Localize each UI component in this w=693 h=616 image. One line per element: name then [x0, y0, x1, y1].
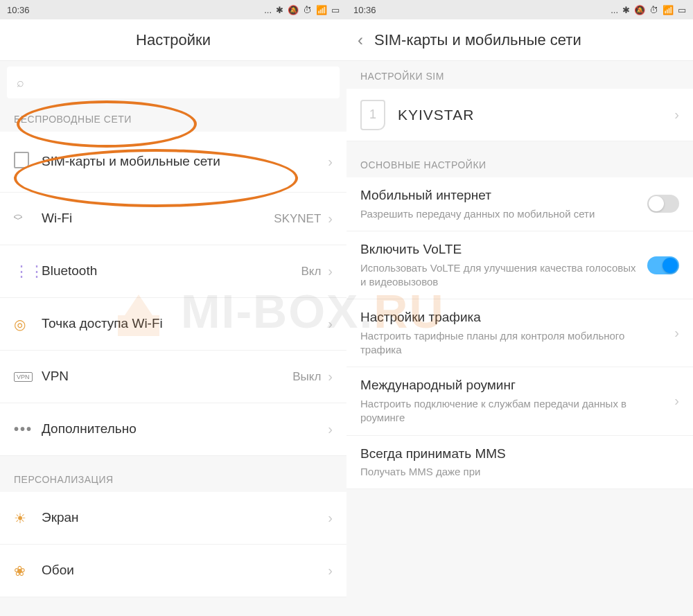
item-bluetooth[interactable]: ⋮⋮ Bluetooth Вкл ›: [0, 245, 346, 298]
section-wireless-header: БЕСПРОВОДНЫЕ СЕТИ: [0, 104, 346, 132]
chevron-icon: ›: [328, 369, 333, 385]
screen-sim-settings: 10:36 ... ✱ 🔕 ⏱ 📶 ▭ ‹ SIM-карты и мобиль…: [346, 0, 693, 616]
item-roaming[interactable]: Международный роуминг Настроить подключе…: [346, 367, 693, 435]
item-subtitle: Разрешить передачу данных по мобильной с…: [360, 207, 639, 221]
status-time: 10:36: [353, 5, 376, 15]
status-bar: 10:36 ... ✱ 🔕 ⏱ 📶 ▭: [346, 0, 693, 19]
item-title: Международный роуминг: [360, 377, 666, 394]
search-icon: ⌕: [17, 76, 24, 90]
more-icon: ...: [611, 5, 618, 15]
section-sim-header: НАСТРОЙКИ SIM: [346, 61, 693, 89]
status-time: 10:36: [7, 5, 30, 15]
chevron-icon: ›: [328, 263, 333, 279]
item-subtitle: Настроить тарифные планы для контроля мо…: [360, 329, 666, 358]
item-title: Настройки трафика: [360, 309, 666, 326]
signal-icon: 📶: [663, 5, 674, 15]
item-volte[interactable]: Включить VoLTE Использовать VoLTE для ул…: [346, 231, 693, 299]
bluetooth-icon: ⋮⋮: [14, 263, 42, 281]
alarm-icon: ⏱: [303, 5, 312, 15]
item-title: Дополнительно: [42, 421, 328, 438]
page-title: Настройки: [136, 31, 211, 49]
item-title: Экран: [42, 509, 328, 527]
item-mobile-data[interactable]: Мобильный интернет Разрешить передачу да…: [346, 177, 693, 231]
item-title: Bluetooth: [42, 263, 301, 280]
bluetooth-status-icon: ✱: [622, 5, 630, 15]
mobile-data-toggle[interactable]: [647, 195, 679, 213]
sim-name: KYIVSTAR: [398, 105, 666, 124]
alarm-icon: ⏱: [649, 5, 658, 15]
screen-settings: 10:36 ... ✱ 🔕 ⏱ 📶 ▭ Настройки ⌕ БЕСПРОВО…: [0, 0, 346, 616]
chevron-icon: ›: [674, 107, 679, 123]
battery-icon: ▭: [678, 5, 686, 15]
wireless-list: SIM-карты и мобильные сети › ⌔ Wi-Fi SKY…: [0, 132, 346, 456]
more-icon: •••: [14, 421, 42, 437]
item-title: SIM-карты и мобильные сети: [42, 153, 328, 170]
vpn-icon: VPN: [14, 372, 42, 382]
item-sim-kyivstar[interactable]: 1 KYIVSTAR ›: [346, 89, 693, 141]
item-wifi[interactable]: ⌔ Wi-Fi SKYNET ›: [0, 193, 346, 245]
volte-toggle[interactable]: [647, 256, 679, 274]
chevron-icon: ›: [328, 316, 333, 332]
item-value: Выкл: [292, 370, 321, 384]
item-value: SKYNET: [274, 212, 321, 226]
item-title: Включить VoLTE: [360, 241, 639, 258]
status-icons: ... ✱ 🔕 ⏱ 📶 ▭: [264, 5, 340, 15]
item-title: Wi-Fi: [42, 210, 274, 227]
item-subtitle: Настроить подключение к службам передачи…: [360, 397, 666, 425]
item-subtitle: Использовать VoLTE для улучшения качеств…: [360, 261, 639, 290]
item-value: Вкл: [301, 265, 321, 279]
sim-card-icon: 1: [360, 100, 385, 130]
header: ‹ SIM-карты и мобильные сети: [346, 19, 693, 61]
item-sim-cards[interactable]: SIM-карты и мобильные сети ›: [0, 132, 346, 193]
personalization-list: ☀ Экран › ❀ Обои ›: [0, 492, 346, 597]
mute-icon: 🔕: [634, 5, 645, 15]
search-bar[interactable]: ⌕: [7, 67, 340, 98]
sim-icon: [14, 152, 42, 172]
item-title: Всегда принимать MMS: [360, 446, 671, 463]
section-personalization-header: ПЕРСОНАЛИЗАЦИЯ: [0, 464, 346, 492]
item-hotspot[interactable]: ◎ Точка доступа Wi-Fi ›: [0, 298, 346, 351]
item-title: VPN: [42, 368, 292, 385]
item-display[interactable]: ☀ Экран ›: [0, 492, 346, 545]
item-title: Мобильный интернет: [360, 187, 639, 204]
item-title: Точка доступа Wi-Fi: [42, 315, 328, 333]
item-more[interactable]: ••• Дополнительно ›: [0, 403, 346, 456]
chevron-icon: ›: [674, 325, 679, 341]
item-subtitle: Получать MMS даже при: [360, 465, 671, 479]
status-icons: ... ✱ 🔕 ⏱ 📶 ▭: [611, 5, 686, 15]
item-traffic[interactable]: Настройки трафика Настроить тарифные пла…: [346, 299, 693, 367]
status-bar: 10:36 ... ✱ 🔕 ⏱ 📶 ▭: [0, 0, 346, 19]
main-settings-list: Мобильный интернет Разрешить передачу да…: [346, 177, 693, 489]
section-main-header: ОСНОВНЫЕ НАСТРОЙКИ: [346, 150, 693, 177]
header: Настройки: [0, 19, 346, 61]
wifi-icon: ⌔: [14, 211, 42, 227]
chevron-icon: ›: [328, 563, 333, 579]
bluetooth-status-icon: ✱: [276, 5, 283, 15]
battery-icon: ▭: [331, 5, 340, 15]
item-title: Обои: [42, 562, 328, 579]
chevron-icon: ›: [328, 154, 333, 170]
display-icon: ☀: [14, 510, 42, 527]
more-icon: ...: [264, 5, 272, 15]
wallpaper-icon: ❀: [14, 563, 42, 579]
chevron-icon: ›: [328, 421, 333, 437]
item-vpn[interactable]: VPN VPN Выкл ›: [0, 351, 346, 403]
item-mms[interactable]: Всегда принимать MMS Получать MMS даже п…: [346, 436, 693, 490]
signal-icon: 📶: [316, 5, 327, 15]
chevron-icon: ›: [674, 393, 679, 409]
item-wallpaper[interactable]: ❀ Обои ›: [0, 545, 346, 597]
chevron-icon: ›: [328, 510, 333, 526]
back-button[interactable]: ‹: [358, 30, 363, 50]
sim-list: 1 KYIVSTAR ›: [346, 89, 693, 141]
hotspot-icon: ◎: [14, 316, 42, 333]
chevron-icon: ›: [328, 211, 333, 227]
page-title: SIM-карты и мобильные сети: [374, 31, 581, 49]
mute-icon: 🔕: [288, 5, 299, 15]
